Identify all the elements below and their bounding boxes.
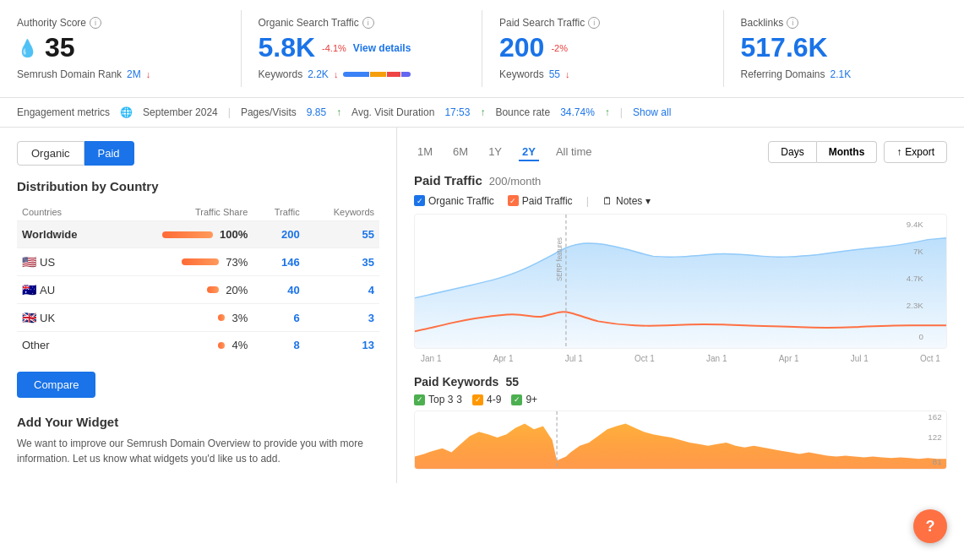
filter-top3: ✓ Top 3 3: [414, 394, 462, 405]
paid-sub-value: 55: [549, 68, 560, 80]
organic-checkbox[interactable]: ✓: [414, 195, 425, 206]
x-label-7: Oct 1: [920, 354, 940, 363]
keywords-cell: 13: [305, 332, 379, 359]
time-range-tabs: 1M 6M 1Y 2Y All time: [414, 144, 596, 161]
kw-filters: ✓ Top 3 3 ✓ 4-9 ✓ 9+: [414, 394, 947, 405]
range-1m[interactable]: 1M: [414, 144, 436, 161]
paid-traffic-value: 200/month: [489, 175, 541, 188]
organic-change: -4.1%: [322, 43, 346, 53]
col-countries: Countries: [17, 204, 112, 221]
organic-value: 5.8K: [259, 32, 316, 63]
paid-traffic-card: Paid Search Traffic i 200 -2% Keywords 5…: [482, 10, 724, 87]
traffic-cell: 6: [253, 304, 304, 332]
svg-text:122: 122: [928, 433, 941, 441]
kw-area: [415, 424, 946, 469]
widget-section: Add Your Widget We want to improve our S…: [17, 415, 379, 466]
organic-sub: Keywords 2.2K ↓: [259, 68, 466, 80]
organic-label: Organic Search Traffic i: [259, 17, 466, 29]
backlinks-label: Backlinks i: [741, 17, 948, 29]
svg-text:4.7K: 4.7K: [907, 275, 924, 283]
notes-button[interactable]: 🗒 Notes ▾: [602, 195, 651, 207]
pages-visits-arrow: ↑: [336, 106, 341, 118]
left-panel: Organic Paid Distribution by Country Cou…: [0, 128, 397, 483]
compare-button[interactable]: Compare: [17, 372, 95, 398]
paid-traffic-header: Paid Traffic 200/month: [414, 173, 947, 188]
authority-label-text: Authority Score: [17, 17, 86, 29]
notes-icon: 🗒: [602, 195, 613, 207]
table-row: 🇬🇧UK3%63: [17, 304, 379, 332]
avg-visit-label: Avg. Visit Duration: [351, 106, 434, 118]
paid-label: Paid Search Traffic i: [499, 17, 706, 29]
bounce-value: 34.74%: [560, 106, 595, 118]
main-content: Organic Paid Distribution by Country Cou…: [0, 128, 964, 483]
country-table: Countries Traffic Share Traffic Keywords…: [17, 204, 379, 358]
x-label-0: Jan 1: [421, 354, 441, 363]
export-button[interactable]: ↑ Export: [884, 141, 947, 163]
legend-organic: ✓ Organic Traffic: [414, 195, 494, 207]
pages-visits-label: Pages/Visits: [241, 106, 297, 118]
col-keywords: Keywords: [305, 204, 379, 221]
view-days-button[interactable]: Days: [768, 141, 816, 163]
engagement-label: Engagement metrics: [17, 106, 110, 118]
organic-info-icon[interactable]: i: [362, 17, 374, 29]
paid-checkbox[interactable]: ✓: [508, 195, 519, 206]
svg-text:9.4K: 9.4K: [907, 220, 924, 229]
filter-9plus: ✓ 9+: [511, 394, 537, 405]
traffic-cell: 146: [253, 248, 304, 276]
organic-label-text: Organic Search Traffic: [259, 17, 359, 29]
authority-value: 35: [45, 32, 75, 63]
x-label-4: Jan 1: [706, 354, 727, 363]
organic-area: [415, 238, 946, 348]
keywords-cell: 55: [305, 221, 379, 248]
paid-info-icon[interactable]: i: [588, 17, 600, 29]
range-6m[interactable]: 6M: [449, 144, 471, 161]
top3-num: 3: [456, 394, 462, 405]
backlinks-info-icon[interactable]: i: [787, 17, 798, 29]
traffic-share-cell: 73%: [112, 248, 253, 276]
authority-score-card: Authority Score i 💧 35 Semrush Domain Ra…: [0, 10, 242, 87]
organic-view-details-link[interactable]: View details: [353, 42, 411, 54]
paid-value-container: 200 -2%: [499, 32, 706, 63]
view-toggle: Days Months: [768, 141, 877, 163]
high-checkbox[interactable]: ✓: [511, 394, 522, 405]
table-row: Other4%813: [17, 332, 379, 359]
organic-progress-bar: [343, 72, 411, 77]
x-label-3: Oct 1: [634, 354, 655, 363]
high-label: 9+: [526, 394, 537, 405]
filter-4-9: ✓ 4-9: [472, 394, 501, 405]
notes-label: Notes: [616, 195, 642, 207]
organic-sub-arrow: ↓: [334, 69, 339, 79]
export-icon: ↑: [896, 146, 901, 158]
mid-label: 4-9: [487, 394, 501, 405]
tab-paid[interactable]: Paid: [84, 141, 134, 166]
legend-separator: |: [586, 194, 589, 207]
authority-sub-value: 2M: [127, 68, 141, 80]
x-axis-labels: Jan 1 Apr 1 Jul 1 Oct 1 Jan 1 Apr 1 Jul …: [414, 352, 947, 365]
table-row: 🇦🇺AU20%404: [17, 276, 379, 304]
traffic-share-cell: 100%: [112, 221, 253, 248]
top-metrics-bar: Authority Score i 💧 35 Semrush Domain Ra…: [0, 0, 964, 98]
country-cell: 🇬🇧UK: [17, 304, 112, 332]
tab-organic[interactable]: Organic: [17, 141, 84, 166]
traffic-cell: 40: [253, 276, 304, 304]
range-2y[interactable]: 2Y: [519, 144, 539, 161]
range-1y[interactable]: 1Y: [485, 144, 505, 161]
x-label-2: Jul 1: [565, 354, 583, 363]
organic-traffic-card: Organic Search Traffic i 5.8K -4.1% View…: [242, 10, 483, 87]
svg-text:162: 162: [928, 413, 941, 421]
view-months-button[interactable]: Months: [817, 141, 878, 163]
mid-checkbox[interactable]: ✓: [472, 394, 483, 405]
export-label: Export: [905, 146, 934, 158]
x-label-6: Jul 1: [851, 354, 869, 363]
authority-sub: Semrush Domain Rank 2M ↓: [17, 68, 224, 80]
traffic-cell: 8: [253, 332, 304, 359]
keywords-cell: 4: [305, 276, 379, 304]
authority-info-icon[interactable]: i: [90, 17, 101, 29]
top3-checkbox[interactable]: ✓: [414, 394, 425, 405]
bounce-label: Bounce rate: [495, 106, 550, 118]
top3-label: Top 3: [428, 394, 453, 405]
range-all[interactable]: All time: [553, 144, 596, 161]
show-all-link[interactable]: Show all: [633, 106, 671, 118]
legend-organic-label: Organic Traffic: [428, 195, 494, 207]
legend-paid-label: Paid Traffic: [522, 195, 573, 207]
